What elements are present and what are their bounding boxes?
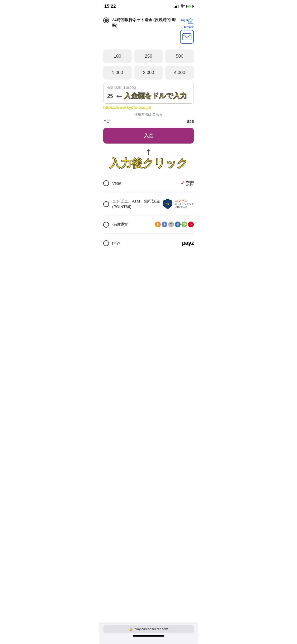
amount-btn-250[interactable]: 250 [134, 49, 163, 63]
divider-2 [103, 192, 194, 192]
point66-sub-text: ネットバンキング [175, 203, 194, 206]
amount-btn-100[interactable]: 100 [103, 49, 132, 63]
payz-left: payz [103, 240, 121, 246]
usage-link[interactable]: こちら [152, 112, 163, 116]
payz-logo: payz [182, 240, 194, 246]
point66-title: コンビニ、ATM、銀行送金(POINT66) [112, 198, 160, 209]
divider-1 [103, 174, 194, 174]
svg-rect-0 [188, 20, 193, 23]
vega-title: Vega [112, 180, 121, 186]
wifi-icon [180, 4, 185, 8]
svg-rect-2 [190, 21, 191, 22]
vega-checkmark-icon: ✓ [181, 180, 185, 186]
watermark-text: https://www.kyoto-eco.jp/ [103, 105, 194, 110]
payment-option-vega[interactable]: Vega ✓ Vega wallet [103, 175, 194, 191]
svg-marker-3 [188, 19, 193, 20]
arrow-up-icon: ↑ [146, 146, 151, 157]
total-label: 合計 [103, 119, 111, 124]
bitcoin-cash-icon: Ⓑ [181, 222, 187, 227]
payment-title-block: 24時間銀行ネット送金 (反映時間:即時) [112, 17, 180, 28]
status-time: 15:22 [104, 4, 116, 9]
divider-4 [103, 233, 194, 234]
status-bar: 15:22 ⚡ [99, 0, 198, 11]
deposit-button[interactable]: 入金 [103, 128, 194, 144]
vega-logo: ✓ Vega wallet [181, 180, 194, 186]
input-value[interactable]: 25 [107, 93, 113, 99]
ethereum-icon: ✦ [162, 222, 167, 227]
amount-btn-2000[interactable]: 2,000 [134, 66, 163, 80]
arrow-left-icon: ← [115, 91, 123, 101]
divider-3 [103, 215, 194, 215]
battery-icon: ⚡ [186, 5, 193, 8]
usage-link-row: 使用方法は こちら [103, 112, 194, 117]
bank-building-icon [186, 17, 194, 24]
radio-button-payz[interactable] [103, 240, 109, 246]
litecoin-icon: ⬡ [168, 222, 174, 227]
payment-option-point66[interactable]: コンビニ、ATM、銀行送金(POINT66) 66 コンビニ ネットバンキング … [103, 194, 194, 214]
point66-left: コンビニ、ATM、銀行送金(POINT66) [103, 198, 160, 209]
bitcoin-icon: ₿ [155, 222, 161, 227]
crypto-left: 仮想通貨 [103, 221, 128, 228]
radio-button-vega[interactable] [103, 180, 109, 186]
point66-konbini-text: コンビニ [175, 199, 187, 203]
crypto-title: 仮想通貨 [112, 222, 128, 227]
amount-grid: 100 250 500 1,000 2,000 4,000 [103, 49, 194, 80]
radio-button-bank[interactable] [103, 17, 109, 23]
radio-button-crypto[interactable] [103, 222, 109, 228]
payment-option-crypto[interactable]: 仮想通貨 ₿ ✦ ⬡ ◎ Ⓑ ◇ [103, 217, 194, 232]
total-row: 合計 $25 [103, 119, 194, 124]
bank-logo: 即時 銀行送金 [180, 17, 194, 44]
payz-brand-text: payz [182, 240, 194, 246]
vega-wallet-label: wallet [186, 183, 194, 186]
point66-logo: 66 コンビニ ネットバンキング /ATMで入金 [163, 198, 194, 209]
envelope-icon [182, 33, 191, 40]
total-amount: $25 [187, 119, 194, 124]
svg-rect-1 [189, 21, 190, 22]
svg-rect-5 [183, 34, 191, 40]
payment-option-payz[interactable]: payz payz [103, 235, 194, 268]
input-label: 金額 ($25 - $10,000) [107, 86, 190, 90]
bank-logo-container: 即時 銀行送金 [180, 17, 194, 44]
vega-left: Vega [103, 180, 121, 186]
click-instruction: ↑ 入力後クリック [103, 146, 194, 169]
instruction-text1: 入金額をドルで入力 [124, 92, 187, 100]
payz-title: payz [112, 240, 121, 246]
amount-btn-1000[interactable]: 1,000 [103, 66, 132, 80]
selected-payment-option[interactable]: 24時間銀行ネット送金 (反映時間:即時) 即時 [103, 14, 194, 47]
amount-btn-500[interactable]: 500 [165, 49, 194, 63]
payment-title: 24時間銀行ネット送金 (反映時間:即時) [112, 17, 180, 28]
signal-icon [174, 4, 178, 8]
crypto-icons: ₿ ✦ ⬡ ◎ Ⓑ ◇ [155, 222, 194, 227]
radio-button-point66[interactable] [103, 201, 109, 207]
amount-input-container: 金額 ($25 - $10,000) 25 ← 入金額をドルで入力 [103, 83, 194, 104]
point66-atm-text: /ATMで入金 [175, 206, 194, 209]
main-content: 24時間銀行ネット送金 (反映時間:即時) 即時 [99, 11, 198, 270]
payment-left: 24時間銀行ネット送金 (反映時間:即時) [103, 17, 180, 28]
bank-logo-text2: 銀行送金 [184, 25, 194, 29]
click-instruction-text: 入力後クリック [109, 157, 188, 169]
input-instruction: ← 入金額をドルで入力 [115, 91, 187, 101]
usage-prefix: 使用方法は [134, 112, 152, 116]
amount-btn-4000[interactable]: 4,000 [165, 66, 194, 80]
point66-number: 66 [166, 203, 169, 205]
bank-envelope-box [180, 30, 194, 44]
status-icons: ⚡ [174, 4, 193, 8]
xrp-icon: ◎ [175, 222, 181, 227]
bank-logo-text1: 即時 [181, 19, 185, 22]
tron-icon: ◇ [188, 222, 194, 227]
